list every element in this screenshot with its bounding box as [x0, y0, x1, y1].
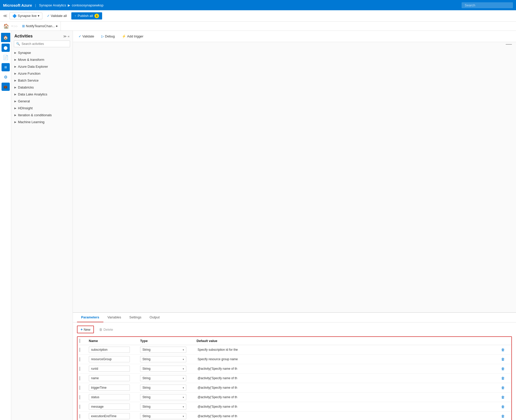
- param-name-input-1[interactable]: [89, 356, 130, 362]
- group-chevron-icon: ▶: [14, 51, 16, 54]
- activity-groups: ▶Synapse▶Move & transform▶Azure Data Exp…: [11, 49, 73, 125]
- delete-row-button-2[interactable]: 🗑: [501, 367, 505, 371]
- new-parameter-button[interactable]: + New: [77, 326, 94, 333]
- row-checkbox-3[interactable]: [80, 376, 80, 380]
- row-checkbox-1[interactable]: [80, 357, 80, 362]
- delete-row-button-1[interactable]: 🗑: [501, 357, 505, 361]
- activities-search-box[interactable]: 🔍: [14, 41, 70, 47]
- param-type-select-1[interactable]: StringIntFloatBoolArrayObjectSecureStrin…: [140, 356, 186, 362]
- activity-group-item[interactable]: ▶Azure Function: [11, 70, 73, 77]
- table-row: StringIntFloatBoolArrayObjectSecureStrin…: [77, 412, 511, 420]
- global-search-input[interactable]: [462, 2, 513, 8]
- delete-row-button-4[interactable]: 🗑: [501, 386, 505, 390]
- delete-row-button-0[interactable]: 🗑: [501, 348, 505, 352]
- expand-all-icon[interactable]: ≫: [63, 34, 67, 38]
- param-name-input-5[interactable]: [89, 394, 130, 400]
- delete-row-button-3[interactable]: 🗑: [501, 376, 505, 380]
- tab-output[interactable]: Output: [145, 313, 164, 322]
- param-name-input-3[interactable]: [89, 375, 130, 381]
- tab-parameters[interactable]: Parameters: [77, 313, 103, 322]
- param-default-value-4: @activity('Specify name of th: [197, 386, 501, 389]
- delete-row-button-5[interactable]: 🗑: [501, 395, 505, 399]
- activity-group-item[interactable]: ▶Databricks: [11, 84, 73, 91]
- group-label: HDInsight: [18, 106, 33, 110]
- param-name-input-2[interactable]: [89, 366, 130, 372]
- validate-label: Validate: [82, 34, 94, 38]
- group-label: General: [18, 99, 30, 103]
- validate-check-icon: ✓: [79, 34, 81, 38]
- activity-group-item[interactable]: ▶HDInsight: [11, 105, 73, 112]
- debug-button[interactable]: ▷ Debug: [100, 33, 116, 39]
- row-checkbox-0[interactable]: [80, 348, 80, 352]
- param-type-select-3[interactable]: StringIntFloatBoolArrayObjectSecureStrin…: [140, 375, 186, 381]
- param-type-select-4[interactable]: StringIntFloatBoolArrayObjectSecureStrin…: [140, 385, 186, 390]
- collapse-chevron[interactable]: ≪: [3, 13, 7, 18]
- publish-all-button[interactable]: ↑ Publish all 1: [71, 12, 102, 19]
- nav-settings-icon[interactable]: ⚙: [2, 73, 10, 81]
- activities-panel: Activities ≫ « 🔍 ▶Synapse▶Move & transfo…: [11, 31, 73, 420]
- group-label: Move & transform: [18, 58, 44, 62]
- activity-group-item[interactable]: ▶Data Lake Analytics: [11, 91, 73, 98]
- publish-icon: ↑: [74, 14, 76, 18]
- param-type-select-6[interactable]: StringIntFloatBoolArrayObjectSecureStrin…: [140, 404, 186, 409]
- activity-group-item[interactable]: ▶General: [11, 98, 73, 105]
- row-checkbox-6[interactable]: [80, 405, 80, 409]
- param-type-select-5[interactable]: StringIntFloatBoolArrayObjectSecureStrin…: [140, 394, 186, 400]
- tab-settings[interactable]: Settings: [125, 313, 145, 322]
- nav-pipeline-icon[interactable]: 📄: [2, 53, 10, 62]
- params-rows: StringIntFloatBoolArrayObjectSecureStrin…: [77, 345, 511, 420]
- type-select-wrap-3: StringIntFloatBoolArrayObjectSecureStrin…: [140, 375, 186, 381]
- param-name-input-6[interactable]: [89, 404, 130, 410]
- add-trigger-button[interactable]: ⚡ Add trigger: [120, 33, 145, 39]
- param-type-select-0[interactable]: StringIntFloatBoolArrayObjectSecureStrin…: [140, 347, 186, 353]
- row-checkbox-5[interactable]: [80, 395, 80, 399]
- select-all-checkbox[interactable]: [80, 339, 80, 343]
- validate-button[interactable]: ✓ Validate: [77, 33, 96, 39]
- params-table: Name Type Default value StringIntFloatBo…: [77, 336, 512, 420]
- nav-monitor-icon[interactable]: ⊞: [2, 63, 10, 71]
- row-checkbox-4[interactable]: [80, 386, 80, 390]
- toolbar-strip: ≪ 🔷 Synapse live ▾ ✓ Validate all ↑ Publ…: [0, 10, 516, 22]
- param-type-select-7[interactable]: StringIntFloatBoolArrayObjectSecureStrin…: [140, 413, 186, 419]
- param-type-select-2[interactable]: StringIntFloatBoolArrayObjectSecureStrin…: [140, 366, 186, 372]
- delete-row-button-6[interactable]: 🗑: [501, 405, 505, 409]
- nav-home-icon[interactable]: 🏠: [1, 33, 10, 42]
- pipeline-tab-label: NotifyTeamsChan...: [26, 24, 55, 28]
- synapse-live-button[interactable]: 🔷 Synapse live ▾: [9, 13, 42, 19]
- minimize-line[interactable]: [506, 44, 512, 45]
- tab-variables[interactable]: Variables: [103, 313, 125, 322]
- home-tab[interactable]: 🏠: [2, 22, 10, 30]
- pipeline-tab[interactable]: ⊞ NotifyTeamsChan...: [19, 22, 61, 31]
- nav-briefcase-icon[interactable]: 💼: [2, 83, 10, 91]
- left-nav: 🏠 ⬤ 📄 ⊞ ⚙ 💼: [0, 31, 11, 420]
- trigger-lightning-icon: ⚡: [122, 34, 126, 38]
- row-checkbox-2[interactable]: [80, 367, 80, 371]
- activity-group-item[interactable]: ▶Move & transform: [11, 56, 73, 63]
- collapse-all-icon[interactable]: «: [68, 34, 70, 38]
- delete-row-button-7[interactable]: 🗑: [501, 414, 505, 418]
- activity-group-item[interactable]: ▶Iteration & conditionals: [11, 112, 73, 119]
- new-label: New: [84, 328, 90, 331]
- validate-all-button[interactable]: ✓ Validate all: [44, 13, 70, 19]
- nav-dots: •• ▷▷: [11, 25, 18, 27]
- group-chevron-icon: ▶: [14, 86, 16, 89]
- row-checkbox-7[interactable]: [80, 414, 80, 418]
- param-name-input-0[interactable]: [89, 347, 130, 353]
- validate-all-label: Validate all: [51, 14, 67, 18]
- activity-group-item[interactable]: ▶Synapse: [11, 49, 73, 56]
- activity-group-item[interactable]: ▶Azure Data Explorer: [11, 63, 73, 70]
- activities-search-input[interactable]: [22, 42, 68, 46]
- table-row: StringIntFloatBoolArrayObjectSecureStrin…: [77, 393, 511, 402]
- activity-group-item[interactable]: ▶Batch Service: [11, 77, 73, 84]
- type-select-wrap-2: StringIntFloatBoolArrayObjectSecureStrin…: [140, 366, 186, 372]
- nav-data-icon[interactable]: ⬤: [2, 44, 10, 52]
- activity-group-item[interactable]: ▶Machine Learning: [11, 119, 73, 125]
- param-default-value-5: @activity('Specify name of th: [197, 395, 501, 399]
- canvas-body: [73, 42, 516, 312]
- param-name-input-4[interactable]: [89, 385, 130, 391]
- type-select-wrap-0: StringIntFloatBoolArrayObjectSecureStrin…: [140, 347, 186, 353]
- nav-workspace: contososynapsewksp: [72, 3, 104, 7]
- param-default-value-3: @activity('Specify name of th: [197, 376, 501, 380]
- param-name-input-7[interactable]: [89, 413, 130, 419]
- delete-parameter-button[interactable]: 🗑 Delete: [96, 326, 116, 333]
